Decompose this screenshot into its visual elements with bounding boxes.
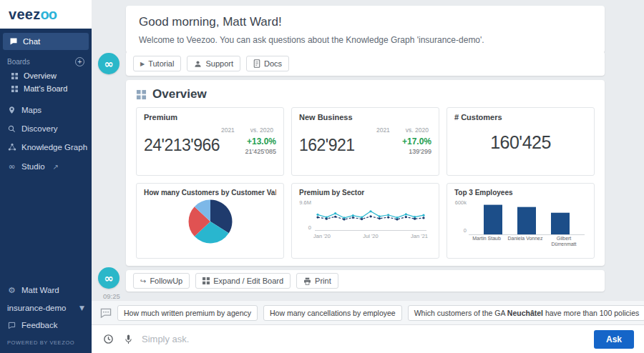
sidebar-item-label: Studio: [21, 162, 45, 171]
message-actions-bar: ▶ Tutorial Support Docs: [126, 51, 605, 76]
ask-input-bar: Ask: [92, 324, 644, 353]
greeting-title: Good morning, Matt Ward!: [139, 15, 592, 29]
gear-icon: ⚙: [7, 285, 16, 295]
veezoo-logo[interactable]: veezoo: [0, 0, 92, 29]
kpi-tile-customers[interactable]: # Customers 160'425: [447, 107, 595, 176]
kpi-tile-new-business[interactable]: New Business 2021 vs. 2020 162'921 +17.0…: [291, 107, 439, 176]
ask-input[interactable]: [142, 334, 587, 344]
board-title: Overview: [152, 87, 207, 101]
expand-grid-icon: [203, 277, 210, 284]
board-grid: Premium 2021 vs. 2020 24'213'966 +13.0% …: [136, 107, 595, 259]
followup-button[interactable]: ↪ FollowUp: [133, 273, 190, 289]
message-square-icon: [100, 308, 112, 318]
knowledge-graph-selector[interactable]: insurance-demo ▼: [0, 299, 92, 317]
sidebar-item-discovery[interactable]: Discovery: [0, 119, 92, 138]
kpi-value: 24'213'966: [144, 136, 220, 155]
sidebar: veezoo Chat Boards + Overview Matt's Boa…: [0, 0, 92, 353]
chart-title: How many Customers by Customer Value: [144, 189, 276, 197]
support-button[interactable]: Support: [187, 56, 240, 71]
main-area: ∞ Good morning, Matt Ward! Welcome to Ve…: [92, 0, 644, 353]
kpi-title: Premium: [144, 113, 276, 121]
microphone-button[interactable]: [122, 332, 135, 347]
line-chart-tile[interactable]: Premium by Sector 9.6M 0 Jan '20 Jul '20…: [291, 183, 439, 259]
message-timestamp: 09:25: [103, 292, 120, 300]
chevron-down-icon: ▼: [79, 304, 84, 312]
kpi-year-label: 2021: [376, 126, 390, 134]
kpi-title: # Customers: [454, 113, 587, 121]
bar-chart: [469, 199, 585, 235]
feedback-bubble-icon: [7, 322, 16, 329]
board-header: Overview: [136, 87, 595, 101]
kpi-year-label: 2021: [221, 126, 235, 134]
sidebar-item-user-settings[interactable]: ⚙ Matt Ward: [0, 281, 92, 299]
docs-button[interactable]: Docs: [246, 56, 289, 71]
kpi-title: New Business: [299, 113, 431, 121]
history-button[interactable]: [102, 332, 115, 346]
kpi-delta: +17.0%: [402, 136, 431, 146]
board-item-label: Overview: [24, 71, 57, 80]
bar-category-label: Daniela Vonnez: [506, 236, 545, 247]
suggestion-chip[interactable]: How much written premium by agency: [117, 305, 258, 321]
print-button[interactable]: Print: [296, 273, 338, 289]
sidebar-item-chat[interactable]: Chat: [3, 33, 89, 50]
kpi-tile-premium[interactable]: Premium 2021 vs. 2020 24'213'966 +13.0% …: [136, 107, 284, 176]
sidebar-item-board-overview[interactable]: Overview: [0, 69, 92, 82]
knowledge-graph-icon: [7, 143, 16, 151]
powered-by-label: POWERED BY VEEZOO: [0, 334, 92, 353]
user-name: Matt Ward: [21, 286, 59, 294]
x-tick-label: Jan '20: [313, 233, 331, 239]
map-pin-icon: [7, 106, 16, 114]
studio-icon: ∞: [7, 161, 16, 171]
board-icon: [10, 73, 19, 79]
kpi-previous-value: 139'299: [402, 148, 431, 155]
boards-header: Boards +: [0, 51, 92, 69]
document-icon: [253, 59, 260, 68]
sidebar-item-board-matts[interactable]: Matt's Board: [0, 82, 92, 95]
y-axis-max-label: 600k: [455, 199, 467, 206]
greeting-subtitle: Welcome to Veezoo. You can ask questions…: [139, 35, 592, 45]
entity-highlight: Neuchâtel: [507, 309, 543, 317]
external-link-icon: ↗: [53, 163, 59, 171]
x-tick-label: Jan '21: [411, 233, 428, 239]
sidebar-item-maps[interactable]: Maps: [0, 101, 92, 119]
pie-chart-tile[interactable]: How many Customers by Customer Value: [136, 183, 284, 259]
printer-icon: [303, 277, 311, 285]
board-card: Overview Premium 2021 vs. 2020 24'213'96…: [126, 80, 605, 266]
chat-area: ∞ Good morning, Matt Ward! Welcome to Ve…: [92, 0, 644, 300]
support-icon: [194, 60, 202, 68]
followup-arrow-icon: ↪: [140, 277, 146, 285]
bot-avatar: ∞: [98, 53, 119, 74]
y-axis-min-label: 0: [308, 224, 311, 231]
ask-button[interactable]: Ask: [594, 330, 634, 349]
sidebar-item-label: Feedback: [21, 321, 58, 329]
kpi-delta: +13.0%: [245, 136, 276, 146]
dashboard-grid-icon: [136, 89, 147, 100]
sidebar-item-label: Knowledge Graph: [21, 143, 87, 151]
sidebar-item-studio[interactable]: ∞ Studio ↗: [0, 156, 92, 176]
kpi-vs-label: vs. 2020: [250, 126, 273, 134]
boards-header-label: Boards: [7, 58, 30, 66]
expand-edit-board-button[interactable]: Expand / Edit Board: [195, 273, 291, 289]
sidebar-item-feedback[interactable]: Feedback: [0, 317, 92, 334]
kpi-previous-value: 21'425'085: [245, 148, 276, 155]
y-axis-max-label: 9.6M: [299, 199, 311, 206]
tutorial-button[interactable]: ▶ Tutorial: [133, 56, 181, 71]
board-icon: [10, 86, 19, 92]
bar-chart-tile[interactable]: Top 3 Employees 600k 0 Martin Staub Dani…: [447, 183, 595, 259]
search-icon: [7, 125, 16, 133]
kpi-vs-label: vs. 2020: [406, 126, 429, 134]
suggestion-chip[interactable]: Which customers of the GA Neuchâtel have…: [408, 305, 644, 321]
suggestion-chip[interactable]: How many cancellations by employee: [263, 305, 402, 321]
sidebar-item-label: Chat: [23, 37, 40, 46]
sidebar-item-label: Maps: [21, 106, 42, 114]
bar-category-label: Gilbert Dürrenmatt: [545, 236, 583, 247]
add-board-button[interactable]: +: [75, 57, 84, 66]
suggestions-bar: How much written premium by agency How m…: [92, 300, 644, 324]
sidebar-item-knowledge-graph[interactable]: Knowledge Graph: [0, 138, 92, 156]
sidebar-item-label: Discovery: [21, 124, 57, 133]
veezoo-app: veezoo Chat Boards + Overview Matt's Boa…: [0, 0, 644, 353]
pie-chart: [187, 199, 233, 244]
microphone-icon: [124, 334, 133, 345]
chat-bubble-icon: [9, 37, 18, 46]
x-tick-label: Jul '20: [363, 233, 378, 239]
